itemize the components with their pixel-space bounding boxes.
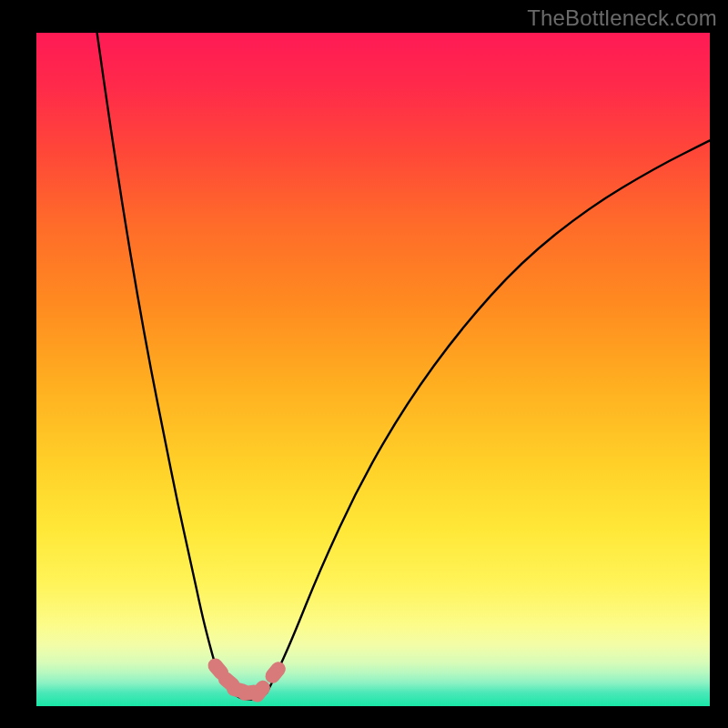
- curve-svg: [36, 33, 710, 706]
- bottleneck-curve: [97, 33, 710, 700]
- watermark-text: TheBottleneck.com: [527, 5, 717, 31]
- chart-frame: TheBottleneck.com: [0, 0, 728, 728]
- plot-area: [36, 33, 710, 706]
- trough-markers: [205, 655, 288, 705]
